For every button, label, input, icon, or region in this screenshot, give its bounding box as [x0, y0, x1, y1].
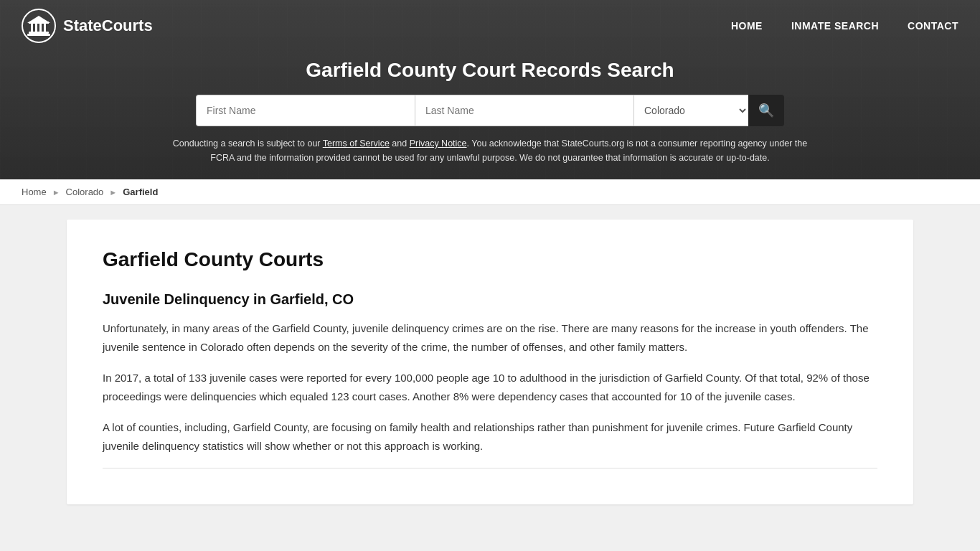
nav-links: HOME INMATE SEARCH CONTACT [731, 20, 958, 32]
search-bar: Select State Alabama Alaska Arizona Arka… [196, 95, 784, 126]
search-icon: 🔍 [758, 103, 774, 118]
search-button[interactable]: 🔍 [748, 95, 784, 126]
nav-contact[interactable]: CONTACT [908, 20, 958, 32]
breadcrumb-county: Garfield [123, 187, 158, 197]
breadcrumb: Home ► Colorado ► Garfield [0, 179, 980, 205]
first-name-input[interactable] [196, 95, 415, 126]
brand-logo-link[interactable]: StateCourts [22, 9, 153, 43]
brand-name: StateCourts [63, 17, 153, 35]
hero-content: Garfield County Court Records Search Sel… [0, 52, 980, 179]
content-card: Garfield County Courts Juvenile Delinque… [67, 220, 913, 504]
county-title: Garfield County Courts [103, 248, 877, 271]
section1-title: Juvenile Delinquency in Garfield, CO [103, 291, 877, 308]
main-wrapper: Garfield County Courts Juvenile Delinque… [0, 205, 980, 519]
logo-icon [22, 9, 56, 43]
svg-rect-6 [44, 23, 46, 32]
last-name-input[interactable] [415, 95, 633, 126]
nav-inmate-search[interactable]: INMATE SEARCH [791, 20, 879, 32]
svg-rect-2 [27, 34, 50, 36]
navbar: StateCourts HOME INMATE SEARCH CONTACT [0, 0, 980, 52]
body-para-1: Unfortunately, in many areas of the Garf… [103, 319, 877, 356]
breadcrumb-home[interactable]: Home [22, 187, 47, 197]
svg-rect-8 [29, 22, 49, 24]
breadcrumb-sep-1: ► [52, 188, 60, 197]
nav-home[interactable]: HOME [731, 20, 763, 32]
hero-title: Garfield County Court Records Search [14, 59, 966, 82]
body-para-2: In 2017, a total of 133 juvenile cases w… [103, 369, 877, 405]
hero-section: StateCourts HOME INMATE SEARCH CONTACT G… [0, 0, 980, 179]
breadcrumb-sep-2: ► [109, 188, 117, 197]
content-divider [103, 468, 877, 468]
svg-point-0 [22, 9, 55, 42]
svg-rect-3 [31, 23, 33, 32]
body-para-3: A lot of counties, including, Garfield C… [103, 418, 877, 455]
state-select[interactable]: Select State Alabama Alaska Arizona Arka… [633, 95, 748, 126]
svg-rect-5 [39, 23, 42, 32]
terms-link[interactable]: Terms of Service [323, 138, 390, 149]
svg-rect-4 [35, 23, 37, 32]
disclaimer-text: Conducting a search is subject to our Te… [167, 136, 813, 165]
breadcrumb-state[interactable]: Colorado [66, 187, 104, 197]
privacy-link[interactable]: Privacy Notice [410, 138, 467, 149]
